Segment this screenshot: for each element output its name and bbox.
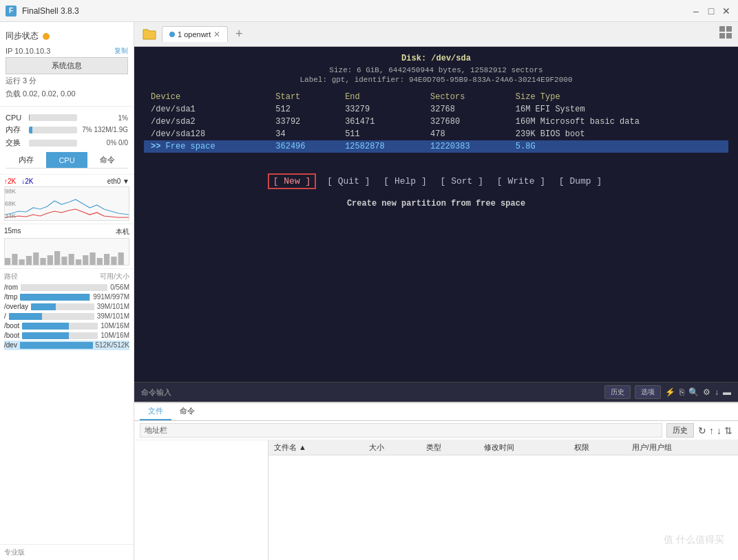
lat-label-right: 本机	[116, 227, 129, 237]
tab-bar-left: 1 openwrt ✕ +	[140, 25, 247, 44]
minimize-panel-button[interactable]: ▬	[723, 387, 731, 397]
download-file-icon[interactable]: ↓	[717, 425, 721, 436]
tab-close-icon[interactable]: ✕	[213, 30, 220, 39]
net-interface[interactable]: eth0 ▼	[107, 177, 129, 185]
add-tab-button[interactable]: +	[231, 26, 247, 43]
mem-stat: 内存 7% 132M/1.9G	[6, 123, 128, 136]
lat-header: 15ms 本机	[4, 227, 129, 237]
session-tab-openwrt[interactable]: 1 openwrt ✕	[162, 26, 228, 42]
path-boot2: /boot 10M/16M	[4, 331, 129, 341]
svg-rect-8	[61, 257, 67, 265]
copy-ip-button[interactable]: 复制	[114, 46, 128, 56]
svg-rect-3	[26, 256, 32, 265]
folder-icon	[142, 28, 157, 41]
net-speeds: ↑2K ↓2K	[4, 177, 33, 185]
gear-icon-button[interactable]: ⚙	[703, 387, 710, 397]
tab-label: 1 openwrt	[178, 30, 211, 39]
watermark: 值 什么值得买	[664, 534, 724, 546]
path-col-label: 路径	[4, 272, 18, 281]
menu-help[interactable]: [ Help ]	[381, 175, 429, 188]
svg-rect-17	[719, 26, 725, 32]
tab-commands[interactable]: 命令	[171, 403, 203, 420]
menu-write[interactable]: [ Write ]	[494, 175, 548, 188]
col-modified[interactable]: 修改时间	[478, 440, 569, 455]
search-icon-button[interactable]: 🔍	[688, 387, 699, 397]
download-icon-button[interactable]: ↓	[715, 387, 719, 397]
path-root: / 39M/101M	[4, 312, 129, 321]
path-overlay: /overlay 39M/101M	[4, 302, 129, 312]
mem-value: 7% 132M/1.9G	[80, 126, 128, 133]
bottom-panel: 文件 命令 地址栏 历史 ↻ ↑ ↓ ⇅	[134, 402, 738, 560]
minimize-button[interactable]: –	[690, 5, 702, 17]
path-rom: /rom 0/56M	[4, 283, 129, 292]
bottom-tabs: 文件 命令	[134, 403, 738, 421]
stats-section: CPU 1% 内存 7% 132M/1.9G 交换 0% 0/0	[0, 107, 134, 175]
tab-files[interactable]: 文件	[140, 403, 171, 420]
graph-label-34k: 34K	[5, 213, 16, 219]
terminal-toolbar: 历史 选项 ⚡ ⎘ 🔍 ⚙ ↓ ▬	[604, 385, 731, 399]
network-section: ↑2K ↓2K eth0 ▼ 98K 68K 34K	[0, 175, 134, 224]
svg-rect-4	[33, 252, 39, 265]
disk-title: Disk: /dev/sda	[144, 54, 728, 63]
sidebar: 同步状态 IP 10.10.10.3 复制 系统信息 运行 3 分 负载 0.0…	[0, 22, 134, 560]
bottom-toolbar: 地址栏 历史 ↻ ↑ ↓ ⇅	[134, 421, 738, 440]
menu-new[interactable]: [ New ]	[268, 173, 317, 189]
tab-dot	[169, 32, 175, 37]
load-label: 负载 0.02, 0.02, 0.00	[6, 87, 128, 100]
history-button[interactable]: 历史	[604, 385, 631, 399]
more-icon[interactable]: ⇅	[724, 425, 732, 436]
sync-label: 同步状态	[6, 30, 39, 42]
maximize-button[interactable]: □	[705, 5, 717, 17]
grid-view-icon[interactable]: ​	[719, 25, 732, 43]
svg-rect-11	[83, 255, 88, 265]
col-size[interactable]: 大小	[363, 440, 421, 455]
upload-icon[interactable]: ↑	[709, 425, 714, 436]
options-button[interactable]: 选项	[635, 385, 661, 399]
cpu-label: CPU	[6, 114, 26, 122]
copy-icon-button[interactable]: ⎘	[679, 387, 684, 397]
tab-cpu[interactable]: CPU	[46, 152, 87, 168]
net-download: ↓2K	[21, 177, 33, 185]
lightning-icon-button[interactable]: ⚡	[665, 387, 675, 397]
close-button[interactable]: ✕	[720, 5, 732, 17]
tab-bar: 1 openwrt ✕ + ​	[134, 22, 738, 47]
terminal-input-row: 命令输入 历史 选项 ⚡ ⎘ 🔍 ⚙ ↓ ▬	[134, 382, 738, 402]
svg-rect-20	[726, 33, 732, 39]
col-end: End	[338, 91, 423, 103]
menu-quit[interactable]: [ Quit ]	[324, 175, 372, 188]
menu-dump[interactable]: [ Dump ]	[556, 175, 604, 188]
terminal-input[interactable]	[177, 388, 604, 396]
file-table-header-row: 文件名 ▲ 大小 类型 修改时间 权限 用户/用户组	[268, 440, 738, 455]
partition-description: Create new partition from free space	[144, 199, 728, 208]
col-device: Device	[144, 91, 268, 103]
refresh-icon[interactable]: ↻	[698, 425, 706, 436]
svg-rect-2	[19, 259, 25, 265]
partition-row-sda1: /dev/sda1512332793276816M EFI System	[144, 103, 728, 116]
col-type[interactable]: 类型	[421, 440, 478, 455]
tab-mem[interactable]: 内存	[6, 152, 46, 168]
svg-rect-12	[89, 252, 95, 265]
col-filename[interactable]: 文件名 ▲	[268, 440, 363, 455]
sidebar-tabs[interactable]: 内存 CPU 命令	[6, 152, 128, 169]
path-boot1: /boot 10M/16M	[4, 321, 129, 331]
col-user[interactable]: 用户/用户组	[626, 440, 738, 455]
partition-menu: [ New ] [ Quit ] [ Help ] [ Sort ] [ Wri…	[144, 173, 728, 189]
svg-rect-13	[97, 258, 103, 265]
file-history-button[interactable]: 历史	[666, 423, 694, 438]
mem-bar-container	[29, 127, 77, 133]
tab-cmd[interactable]: 命令	[87, 152, 128, 168]
partition-row-freespace[interactable]: >> Free space 36249612582878122203835.8G	[144, 140, 728, 153]
latency-graph-svg	[5, 239, 129, 265]
partition-row-sda128: /dev/sda12834511478239K BIOS boot	[144, 128, 728, 140]
sync-section: 同步状态 IP 10.10.10.3 复制 系统信息 运行 3 分 负载 0.0…	[0, 22, 134, 107]
address-bar[interactable]: 地址栏	[140, 423, 662, 438]
network-graph: 98K 68K 34K	[4, 186, 129, 221]
col-permissions[interactable]: 权限	[569, 440, 626, 455]
sys-info-button[interactable]: 系统信息	[6, 57, 128, 74]
window-controls[interactable]: – □ ✕	[690, 5, 732, 17]
folder-icon-button[interactable]	[140, 25, 159, 44]
cpu-stat: CPU 1%	[6, 112, 128, 123]
menu-sort[interactable]: [ Sort ]	[438, 175, 486, 188]
net-header: ↑2K ↓2K eth0 ▼	[4, 177, 129, 185]
file-panel-left	[134, 440, 268, 560]
